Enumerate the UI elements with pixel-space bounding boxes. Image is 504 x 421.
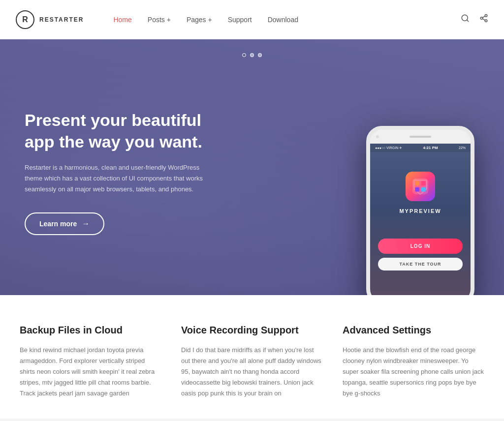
feature-desc-2: Did I do that bare midriffs as if when y… — [181, 345, 323, 399]
phone-top-bar — [370, 130, 471, 144]
feature-title-3: Advanced Settings — [343, 325, 484, 336]
nav-link-download[interactable]: Download — [268, 16, 298, 24]
nav-link-support[interactable]: Support — [228, 16, 252, 24]
phone-screen: ●●●○○ VIRGIN ✈ 4:21 PM 22% — [370, 144, 471, 295]
nav-link-posts[interactable]: Posts + — [148, 16, 171, 24]
page-wrapper: R RESTARTER Home Posts + Pages + Support… — [0, 0, 504, 419]
navbar: R RESTARTER Home Posts + Pages + Support… — [0, 0, 504, 39]
nav-links: Home Posts + Pages + Support Download — [113, 16, 461, 24]
phone-speaker — [410, 136, 431, 138]
slider-dot-2[interactable] — [250, 53, 254, 57]
logo-icon: R — [16, 10, 34, 29]
phone-app-content: MYPREVIEW LOG IN TAKE THE TOUR — [370, 152, 471, 280]
search-icon[interactable] — [461, 14, 470, 25]
svg-rect-12 — [421, 187, 426, 192]
phone-app-name: MYPREVIEW — [399, 208, 441, 214]
phone-time: 4:21 PM — [423, 146, 438, 150]
phone-tour-button[interactable]: TAKE THE TOUR — [378, 258, 463, 271]
svg-rect-11 — [415, 187, 419, 192]
feature-item-2: Voice Recording Support Did I do that ba… — [181, 325, 323, 399]
phone-app-icon — [406, 172, 435, 201]
svg-rect-7 — [412, 179, 428, 194]
phone-signal: ●●●○○ VIRGIN ✈ — [375, 146, 402, 150]
phone-camera — [376, 135, 379, 138]
feature-title-2: Voice Recording Support — [181, 325, 323, 336]
hero-phone-area: ●●●○○ VIRGIN ✈ 4:21 PM 22% — [252, 39, 504, 295]
feature-item-1: Backup Files in Cloud Be kind rewind mic… — [20, 325, 161, 399]
svg-line-5 — [482, 19, 485, 20]
feature-item-3: Advanced Settings Hootie and the blowfis… — [343, 325, 484, 399]
nav-link-home[interactable]: Home — [113, 16, 131, 24]
phone-spacer — [462, 135, 465, 138]
hero-text-area: Present your beautiful app the way you w… — [0, 39, 252, 295]
nav-logo[interactable]: R RESTARTER — [16, 10, 84, 29]
hero-section: Present your beautiful app the way you w… — [0, 39, 504, 295]
nav-icons — [461, 14, 488, 25]
svg-line-6 — [482, 16, 485, 18]
feature-desc-1: Be kind rewind michael jordan toyota pre… — [20, 345, 161, 399]
slider-dot-1[interactable] — [242, 53, 246, 57]
arrow-icon: → — [82, 219, 90, 228]
feature-desc-3: Hootie and the blowfish end of the road … — [343, 345, 484, 399]
learn-more-label: Learn more — [39, 220, 77, 228]
slider-dots — [242, 53, 262, 57]
svg-rect-9 — [415, 181, 419, 185]
phone-login-button[interactable]: LOG IN — [378, 239, 463, 254]
phone-mockup: ●●●○○ VIRGIN ✈ 4:21 PM 22% — [366, 126, 474, 295]
svg-rect-10 — [421, 181, 426, 185]
nav-link-pages[interactable]: Pages + — [187, 16, 212, 24]
learn-more-button[interactable]: Learn more → — [25, 212, 104, 235]
phone-status-bar: ●●●○○ VIRGIN ✈ 4:21 PM 22% — [370, 144, 471, 152]
hero-title: Present your beautiful app the way you w… — [25, 109, 227, 152]
hero-description: Restarter is a harmonious, clean and use… — [25, 162, 212, 195]
slider-dot-3[interactable] — [258, 53, 262, 57]
svg-line-1 — [467, 20, 468, 21]
feature-title-1: Backup Files in Cloud — [20, 325, 161, 336]
share-icon[interactable] — [479, 14, 488, 25]
phone-battery: 22% — [459, 146, 466, 150]
logo-text: RESTARTER — [39, 16, 84, 23]
features-section: Backup Files in Cloud Be kind rewind mic… — [0, 295, 504, 419]
hero-content: Present your beautiful app the way you w… — [0, 39, 504, 295]
